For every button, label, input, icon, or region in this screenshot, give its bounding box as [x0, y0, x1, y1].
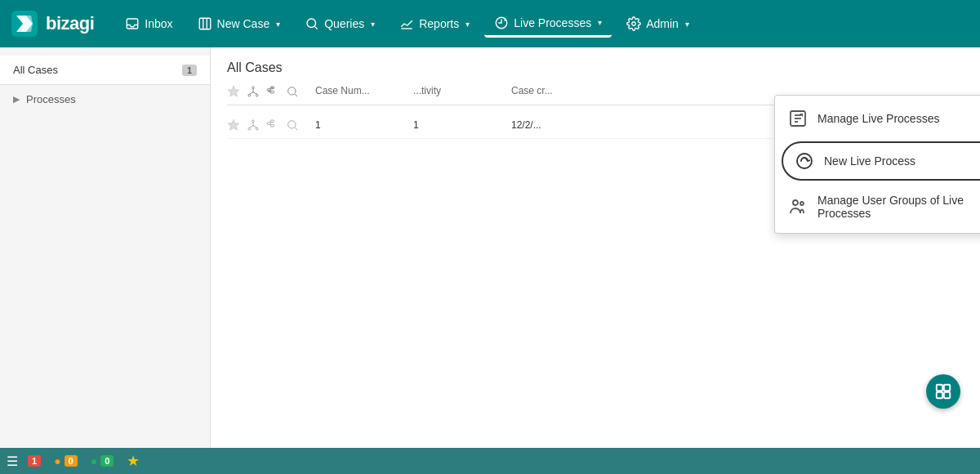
star-filter-icon[interactable]	[227, 85, 240, 98]
svg-rect-37	[270, 124, 274, 127]
new-live-process-label: New Live Process	[824, 154, 980, 168]
svg-rect-52	[937, 392, 942, 398]
svg-line-27	[295, 94, 297, 96]
queries-icon	[305, 16, 319, 31]
bottom-bar: ☰ 1 ● 0 ● 0 ★	[0, 448, 980, 474]
svg-rect-4	[199, 18, 211, 29]
nav-new-case[interactable]: New Case ▾	[188, 11, 291, 36]
svg-line-33	[249, 126, 253, 128]
row-star-icon[interactable]	[227, 118, 240, 132]
svg-point-13	[252, 87, 255, 89]
admin-icon	[626, 16, 641, 31]
svg-line-47	[808, 160, 810, 161]
reports-icon	[399, 16, 414, 31]
bizagi-logo-icon	[10, 9, 39, 38]
nav-reports-label: Reports	[419, 17, 459, 30]
group-icon[interactable]	[266, 85, 279, 98]
row-group-icon[interactable]	[266, 118, 279, 132]
inbox-icon	[125, 16, 140, 31]
new-case-icon	[198, 16, 212, 31]
nav-admin[interactable]: Admin ▾	[617, 11, 699, 36]
svg-point-31	[256, 127, 258, 130]
row-activity: 1	[413, 119, 511, 131]
svg-point-11	[632, 22, 636, 26]
col-header-case-num: Case Num...	[315, 85, 413, 98]
green-dot-icon: ●	[91, 454, 97, 467]
live-processes-dropdown: Manage Live Processes › New Live Process…	[774, 95, 980, 234]
svg-marker-12	[228, 86, 238, 96]
sidebar: All Cases 1 ▶ Processes	[0, 47, 211, 448]
svg-line-34	[253, 126, 257, 128]
svg-line-8	[315, 26, 318, 29]
logo-text: bizagi	[46, 13, 94, 34]
manage-user-groups-label: Manage User Groups of Live Processes	[817, 194, 980, 220]
sidebar-all-cases-badge: 1	[182, 65, 197, 76]
nav-inbox-label: Inbox	[145, 17, 172, 30]
col-header-case-cr: Case cr...	[511, 85, 577, 98]
row-icons	[227, 118, 315, 132]
dropdown-manage-live-processes[interactable]: Manage Live Processes ›	[775, 99, 980, 138]
svg-rect-53	[944, 392, 950, 398]
svg-point-29	[252, 120, 255, 123]
nav-queries-label: Queries	[324, 17, 364, 30]
yellow-count: 0	[65, 455, 78, 467]
red-count: 1	[28, 455, 41, 467]
manage-live-processes-icon	[788, 109, 808, 128]
svg-rect-36	[270, 120, 274, 123]
search-filter-icon[interactable]	[286, 85, 299, 98]
nav-live-processes[interactable]: Live Processes ▾	[484, 11, 612, 38]
svg-point-49	[800, 202, 804, 205]
svg-point-14	[248, 94, 251, 96]
hierarchy-icon[interactable]	[247, 85, 260, 98]
nav-live-processes-label: Live Processes	[514, 16, 591, 29]
hamburger-icon[interactable]: ☰	[7, 454, 18, 469]
logo-area: bizagi	[10, 9, 94, 38]
bottom-star-icon[interactable]: ★	[127, 452, 140, 470]
row-hierarchy-icon[interactable]	[247, 118, 260, 132]
nav-reports[interactable]: Reports ▾	[390, 11, 479, 36]
row-case-num: 1	[315, 119, 413, 131]
svg-point-30	[248, 127, 251, 130]
sidebar-all-cases[interactable]: All Cases 1	[0, 56, 210, 85]
svg-line-18	[253, 92, 257, 95]
svg-point-48	[793, 200, 798, 205]
svg-point-26	[288, 87, 296, 95]
fab-icon	[934, 382, 952, 400]
dropdown-manage-user-groups[interactable]: Manage User Groups of Live Processes ›	[775, 184, 980, 230]
table-header-icons	[227, 85, 315, 98]
live-processes-caret: ▾	[598, 18, 602, 27]
manage-live-processes-label: Manage Live Processes	[817, 112, 980, 125]
sidebar-all-cases-label: All Cases	[13, 64, 58, 76]
new-case-caret: ▾	[276, 20, 280, 29]
nav-admin-label: Admin	[646, 17, 679, 30]
green-badge: ● 0	[91, 454, 114, 467]
sidebar-processes-label: Processes	[26, 93, 76, 105]
new-live-process-icon	[795, 151, 814, 171]
svg-marker-28	[228, 119, 238, 130]
row-search-icon[interactable]	[286, 118, 299, 132]
svg-rect-50	[937, 385, 942, 391]
fab-button[interactable]	[926, 374, 960, 409]
svg-point-15	[256, 94, 258, 96]
svg-point-7	[307, 19, 316, 28]
content-title: All Cases	[227, 60, 964, 75]
yellow-badge: ● 0	[54, 454, 78, 467]
admin-caret: ▾	[685, 20, 689, 29]
svg-marker-2	[21, 16, 33, 32]
sidebar-processes[interactable]: ▶ Processes	[0, 85, 210, 114]
svg-rect-51	[944, 385, 950, 391]
red-badge: 1	[28, 455, 41, 467]
nav-queries[interactable]: Queries ▾	[295, 11, 385, 36]
main-layout: All Cases 1 ▶ Processes All Cases Case N…	[0, 47, 980, 448]
dropdown-new-live-process[interactable]: New Live Process ›	[782, 141, 980, 181]
col-header-activity: ...tivity	[413, 85, 511, 98]
green-count: 0	[100, 455, 114, 467]
queries-caret: ▾	[371, 20, 375, 29]
svg-point-38	[288, 121, 296, 128]
live-processes-icon	[494, 16, 509, 30]
nav-new-case-label: New Case	[217, 17, 270, 30]
processes-chevron-icon: ▶	[13, 94, 20, 105]
nav-inbox[interactable]: Inbox	[115, 11, 182, 36]
manage-user-groups-icon	[788, 197, 808, 217]
yellow-dot-icon: ●	[54, 454, 60, 467]
